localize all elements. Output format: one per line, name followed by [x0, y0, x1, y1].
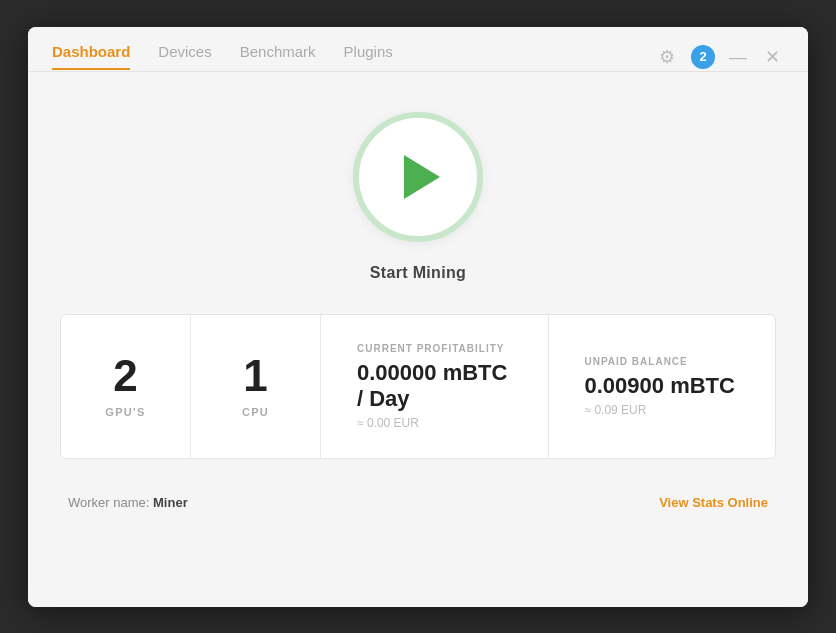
- play-icon: [404, 155, 440, 199]
- tab-dashboard[interactable]: Dashboard: [52, 43, 130, 70]
- nav-tabs: Dashboard Devices Benchmark Plugins: [52, 43, 653, 70]
- start-mining-button[interactable]: [353, 112, 483, 242]
- worker-name-value: Miner: [153, 495, 188, 510]
- gpu-stat-card: 2 GPU'S: [61, 315, 191, 459]
- tab-plugins[interactable]: Plugins: [344, 43, 393, 70]
- cpu-stat-card: 1 CPU: [191, 315, 321, 459]
- profitability-eur: ≈ 0.00 EUR: [357, 416, 419, 430]
- balance-card: UNPAID BALANCE 0.00900 mBTC ≈ 0.09 EUR: [549, 315, 776, 459]
- main-content: Start Mining 2 GPU'S 1 CPU CURRENT PROFI…: [28, 72, 808, 607]
- view-stats-link[interactable]: View Stats Online: [659, 495, 768, 510]
- footer: Worker name: Miner View Stats Online: [60, 475, 776, 526]
- titlebar: Dashboard Devices Benchmark Plugins ⚙ 2 …: [28, 27, 808, 71]
- notification-badge[interactable]: 2: [691, 45, 715, 69]
- close-button[interactable]: ✕: [761, 46, 784, 68]
- worker-name-display: Worker name: Miner: [68, 495, 188, 510]
- profitability-title: CURRENT PROFITABILITY: [357, 343, 504, 354]
- tab-benchmark[interactable]: Benchmark: [240, 43, 316, 70]
- balance-title: UNPAID BALANCE: [585, 356, 688, 367]
- tab-devices[interactable]: Devices: [158, 43, 211, 70]
- app-window: Dashboard Devices Benchmark Plugins ⚙ 2 …: [28, 27, 808, 607]
- profitability-value: 0.00000 mBTC / Day: [357, 360, 512, 413]
- start-mining-label: Start Mining: [370, 264, 466, 282]
- balance-value: 0.00900 mBTC: [585, 373, 735, 399]
- minimize-button[interactable]: —: [725, 46, 751, 68]
- cpu-count: 1: [243, 354, 267, 398]
- stats-panel: 2 GPU'S 1 CPU CURRENT PROFITABILITY 0.00…: [60, 314, 776, 460]
- gear-icon[interactable]: ⚙: [653, 43, 681, 71]
- worker-prefix: Worker name:: [68, 495, 153, 510]
- balance-eur: ≈ 0.09 EUR: [585, 403, 647, 417]
- gpu-count: 2: [113, 354, 137, 398]
- profitability-card: CURRENT PROFITABILITY 0.00000 mBTC / Day…: [321, 315, 549, 459]
- titlebar-actions: ⚙ 2 — ✕: [653, 43, 784, 71]
- gpu-label: GPU'S: [105, 406, 145, 418]
- cpu-label: CPU: [242, 406, 269, 418]
